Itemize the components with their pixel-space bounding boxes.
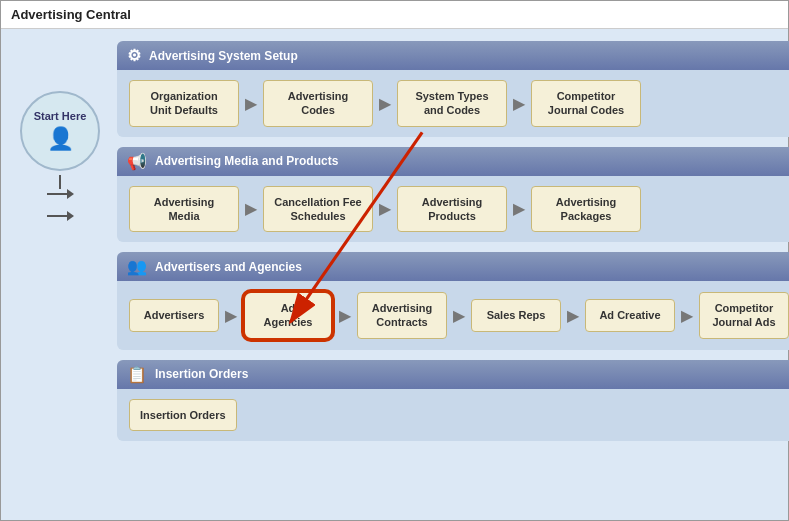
section-insertion-orders-body: Insertion Orders <box>117 389 789 441</box>
clipboard-icon: 📋 <box>127 365 147 384</box>
flow-box-cancellation-fee-schedules[interactable]: Cancellation Fee Schedules <box>263 186 373 233</box>
section-media-products-body: Advertising Media ▶ Cancellation Fee Sch… <box>117 176 789 243</box>
section-system-setup-title: Advertising System Setup <box>149 49 298 63</box>
arrow-7: ▶ <box>223 306 239 325</box>
flow-box-competitor-journal-ads[interactable]: Competitor Journal Ads <box>699 292 789 339</box>
start-here-circle: Start Here 👤 <box>20 91 100 171</box>
section-system-setup: ⚙ Advertising System Setup Organization … <box>117 41 789 137</box>
section-system-setup-body: Organization Unit Defaults ▶ Advertising… <box>117 70 789 137</box>
page-wrapper: Advertising Central Start Here 👤 <box>0 0 789 521</box>
arrow-line-right-2 <box>47 215 67 217</box>
section-advertisers-agencies-title: Advertisers and Agencies <box>155 260 302 274</box>
arrow-11: ▶ <box>679 306 695 325</box>
people-icon: 👥 <box>127 257 147 276</box>
section-insertion-orders: 📋 Insertion Orders Insertion Orders <box>117 360 789 441</box>
arrow-9: ▶ <box>451 306 467 325</box>
gear-icon: ⚙ <box>127 46 141 65</box>
section-advertisers-agencies-body: Advertisers ▶ Ad Agencies ▶ Advertising … <box>117 281 789 350</box>
start-here-column: Start Here 👤 <box>15 41 105 508</box>
arrow-10: ▶ <box>565 306 581 325</box>
flow-box-ad-creative[interactable]: Ad Creative <box>585 299 675 331</box>
section-advertisers-agencies-header: 👥 Advertisers and Agencies <box>117 252 789 281</box>
flow-box-system-types-codes[interactable]: System Types and Codes <box>397 80 507 127</box>
flow-box-insertion-orders[interactable]: Insertion Orders <box>129 399 237 431</box>
arrow-8: ▶ <box>337 306 353 325</box>
flow-box-advertising-products[interactable]: Advertising Products <box>397 186 507 233</box>
flow-box-advertisers[interactable]: Advertisers <box>129 299 219 331</box>
start-here-label: Start Here <box>34 110 87 122</box>
section-advertisers-agencies: 👥 Advertisers and Agencies Advertisers ▶… <box>117 252 789 350</box>
arrow-6: ▶ <box>511 199 527 218</box>
flow-box-advertising-packages[interactable]: Advertising Packages <box>531 186 641 233</box>
arrow-1: ▶ <box>243 94 259 113</box>
arrow-3: ▶ <box>511 94 527 113</box>
flow-box-advertising-codes[interactable]: Advertising Codes <box>263 80 373 127</box>
flow-box-ad-agencies[interactable]: Ad Agencies <box>243 291 333 340</box>
section-media-products-title: Advertising Media and Products <box>155 154 338 168</box>
start-arrows <box>47 175 74 221</box>
section-media-products-header: 📢 Advertising Media and Products <box>117 147 789 176</box>
arrow-4: ▶ <box>243 199 259 218</box>
section-insertion-orders-title: Insertion Orders <box>155 367 248 381</box>
media-icon: 📢 <box>127 152 147 171</box>
arrow-head-right-2 <box>67 211 74 221</box>
flow-box-advertising-contracts[interactable]: Advertising Contracts <box>357 292 447 339</box>
arrow-2: ▶ <box>377 94 393 113</box>
sections-column: ⚙ Advertising System Setup Organization … <box>117 41 789 508</box>
arrow-line-right-1 <box>47 193 67 195</box>
section-system-setup-header: ⚙ Advertising System Setup <box>117 41 789 70</box>
arrow-head-right-1 <box>67 189 74 199</box>
person-icon: 👤 <box>47 126 74 152</box>
arrow-5: ▶ <box>377 199 393 218</box>
arrow-line-down-1 <box>59 175 61 189</box>
flow-box-competitor-journal-codes[interactable]: Competitor Journal Codes <box>531 80 641 127</box>
flow-box-advertising-media[interactable]: Advertising Media <box>129 186 239 233</box>
main-content: Start Here 👤 <box>1 29 788 520</box>
page-title: Advertising Central <box>1 1 788 29</box>
flow-box-sales-reps[interactable]: Sales Reps <box>471 299 561 331</box>
section-insertion-orders-header: 📋 Insertion Orders <box>117 360 789 389</box>
flow-box-org-unit-defaults[interactable]: Organization Unit Defaults <box>129 80 239 127</box>
section-media-products: 📢 Advertising Media and Products Adverti… <box>117 147 789 243</box>
